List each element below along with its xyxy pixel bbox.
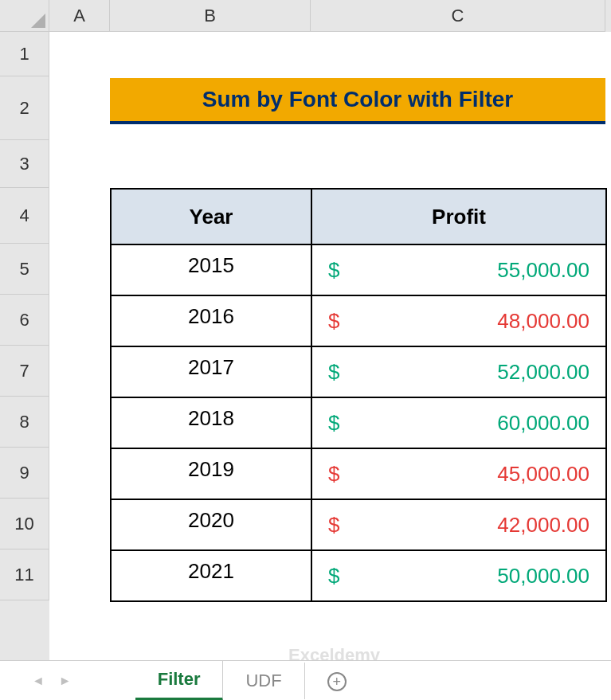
- cell-profit[interactable]: $55,000.00: [311, 244, 606, 295]
- sheet-tab-filter[interactable]: Filter: [135, 661, 224, 701]
- row-header-9[interactable]: 9: [0, 448, 49, 499]
- select-all-corner[interactable]: [0, 0, 49, 32]
- add-sheet-button[interactable]: +: [305, 663, 369, 699]
- row-header-11[interactable]: 11: [0, 549, 49, 600]
- table-row: 2021$50,000.00: [111, 550, 606, 601]
- tab-prev-icon[interactable]: ◄: [32, 674, 45, 688]
- tab-next-icon[interactable]: ►: [59, 674, 72, 688]
- profit-amount: 42,000.00: [497, 513, 589, 538]
- column-header-c[interactable]: C: [311, 0, 605, 32]
- title-banner: Sum by Font Color with Filter: [110, 78, 605, 124]
- header-year[interactable]: Year: [111, 189, 311, 244]
- cell-year[interactable]: 2018: [111, 397, 311, 448]
- row-header-3[interactable]: 3: [0, 140, 49, 188]
- column-header-a[interactable]: A: [49, 0, 110, 32]
- currency-symbol: $: [328, 513, 339, 538]
- row-header-6[interactable]: 6: [0, 295, 49, 346]
- data-area: 1 2 3 4 5 6 7 8 9 10 11 Sum by Font Colo…: [0, 32, 611, 660]
- currency-symbol: $: [328, 462, 339, 487]
- profit-amount: 52,000.00: [497, 360, 589, 385]
- row-header-7[interactable]: 7: [0, 346, 49, 397]
- row-header-4[interactable]: 4: [0, 188, 49, 244]
- cell-year[interactable]: 2021: [111, 550, 311, 601]
- data-table: Year Profit 2015$55,000.002016$48,000.00…: [110, 188, 607, 602]
- tab-nav-arrows: ◄ ►: [32, 674, 72, 688]
- table-row: 2016$48,000.00: [111, 295, 606, 346]
- currency-symbol: $: [328, 309, 339, 334]
- profit-amount: 55,000.00: [497, 258, 589, 283]
- column-header-b[interactable]: B: [110, 0, 311, 32]
- table-header-row: Year Profit: [111, 189, 606, 244]
- sheet-tabs-bar: ◄ ► Filter UDF +: [0, 660, 611, 700]
- table-row: 2015$55,000.00: [111, 244, 606, 295]
- cell-profit[interactable]: $48,000.00: [311, 295, 606, 346]
- profit-amount: 45,000.00: [497, 462, 589, 487]
- cell-year[interactable]: 2015: [111, 244, 311, 295]
- cell-profit[interactable]: $42,000.00: [311, 499, 606, 550]
- cell-year[interactable]: 2019: [111, 448, 311, 499]
- spreadsheet: A B C 1 2 3 4 5 6 7 8 9 10 11 Sum by Fon…: [0, 0, 611, 700]
- profit-amount: 50,000.00: [497, 564, 589, 589]
- column-headers-row: A B C: [0, 0, 611, 32]
- row-header-10[interactable]: 10: [0, 499, 49, 549]
- table-row: 2019$45,000.00: [111, 448, 606, 499]
- sheet-tab-udf[interactable]: UDF: [223, 663, 304, 699]
- cell-profit[interactable]: $52,000.00: [311, 346, 606, 397]
- cell-profit[interactable]: $60,000.00: [311, 397, 606, 448]
- table-row: 2017$52,000.00: [111, 346, 606, 397]
- profit-amount: 48,000.00: [497, 309, 589, 334]
- row-header-2[interactable]: 2: [0, 76, 49, 140]
- row-header-8[interactable]: 8: [0, 397, 49, 448]
- row-header-5[interactable]: 5: [0, 244, 49, 295]
- cell-profit[interactable]: $45,000.00: [311, 448, 606, 499]
- cell-profit[interactable]: $50,000.00: [311, 550, 606, 601]
- table-row: 2018$60,000.00: [111, 397, 606, 448]
- cells-area[interactable]: Sum by Font Color with Filter Year Profi…: [49, 32, 611, 660]
- cell-year[interactable]: 2020: [111, 499, 311, 550]
- header-profit[interactable]: Profit: [311, 189, 606, 244]
- cell-year[interactable]: 2016: [111, 295, 311, 346]
- watermark-text: Exceldemy: [288, 645, 380, 660]
- currency-symbol: $: [328, 258, 339, 283]
- profit-amount: 60,000.00: [497, 411, 589, 436]
- table-row: 2020$42,000.00: [111, 499, 606, 550]
- currency-symbol: $: [328, 564, 339, 589]
- row-headers: 1 2 3 4 5 6 7 8 9 10 11: [0, 32, 49, 660]
- currency-symbol: $: [328, 411, 339, 436]
- plus-icon: +: [327, 672, 347, 691]
- cell-year[interactable]: 2017: [111, 346, 311, 397]
- row-header-1[interactable]: 1: [0, 32, 49, 76]
- currency-symbol: $: [328, 360, 339, 385]
